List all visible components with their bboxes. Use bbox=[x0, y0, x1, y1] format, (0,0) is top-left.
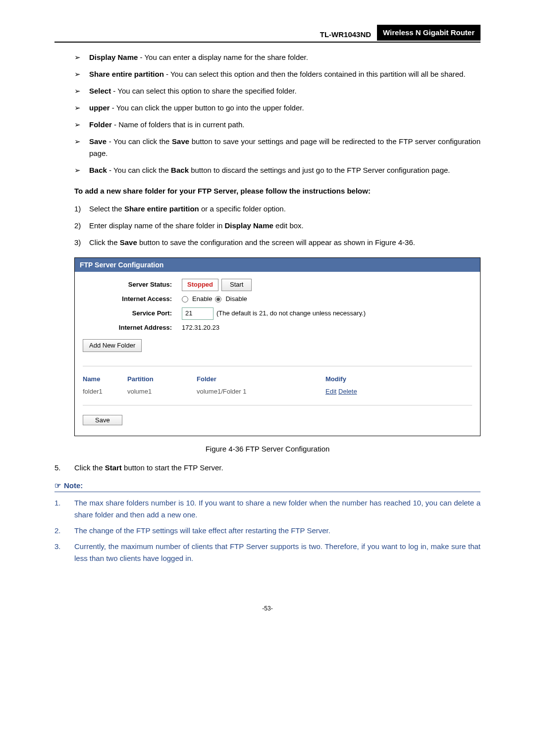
list-item: Display Name - You can enter a display n… bbox=[74, 51, 481, 63]
figure-caption: Figure 4-36 FTP Server Configuration bbox=[54, 443, 481, 455]
radio-disable[interactable] bbox=[215, 296, 221, 302]
delete-link[interactable]: Delete bbox=[338, 388, 357, 395]
enable-label: Enable bbox=[192, 294, 212, 304]
list-item: 3.Currently, the maximum number of clien… bbox=[54, 541, 481, 564]
note-list: 1.The max share folders number is 10. If… bbox=[54, 497, 481, 564]
config-panel-title: FTP Server Configuration bbox=[75, 258, 480, 272]
server-status-row: Server Status: Stopped Start bbox=[83, 279, 472, 291]
feature-bullet-list: Display Name - You can enter a display n… bbox=[54, 51, 481, 176]
start-button[interactable]: Start bbox=[221, 279, 252, 291]
status-badge: Stopped bbox=[182, 279, 218, 291]
internet-access-row: Internet Access: Enable Disable bbox=[83, 294, 472, 304]
radio-enable[interactable] bbox=[182, 296, 188, 302]
instruction-steps: Select the Share entire partition or a s… bbox=[54, 203, 481, 249]
cell-folder: volume1/Folder 1 bbox=[197, 387, 325, 397]
cell-partition: volume1 bbox=[127, 387, 197, 397]
note-divider bbox=[54, 492, 481, 492]
list-item: Save - You can click the Save button to … bbox=[74, 136, 481, 159]
divider bbox=[83, 405, 472, 405]
cell-name: folder1 bbox=[83, 387, 127, 397]
edit-link[interactable]: Edit bbox=[325, 388, 336, 395]
service-port-row: Service Port: 21 (The default is 21, do … bbox=[83, 307, 472, 320]
col-header-partition: Partition bbox=[127, 374, 197, 385]
list-item: 2.The change of the FTP settings will ta… bbox=[54, 525, 481, 537]
table-row: folder1 volume1 volume1/Folder 1 Edit De… bbox=[83, 386, 472, 398]
list-item: Share entire partition - You can select … bbox=[74, 68, 481, 80]
list-item: Select - You can select this option to s… bbox=[74, 85, 481, 97]
service-port-label: Service Port: bbox=[83, 308, 182, 319]
list-item: Click the Save button to save the config… bbox=[74, 237, 481, 249]
page-header: TL-WR1043ND Wireless N Gigabit Router bbox=[54, 25, 481, 43]
col-header-folder: Folder bbox=[197, 374, 325, 385]
note-heading: ☞Note: bbox=[54, 480, 481, 492]
internet-address-value: 172.31.20.23 bbox=[182, 323, 219, 333]
page-number: -53- bbox=[54, 604, 481, 613]
list-item: Back - You can click the Back button to … bbox=[74, 164, 481, 176]
internet-address-label: Internet Address: bbox=[83, 323, 182, 333]
instruction-heading: To add a new share folder for your FTP S… bbox=[74, 185, 481, 197]
model-label: TL-WR1043ND bbox=[320, 29, 377, 41]
list-item: upper - You can click the upper button t… bbox=[74, 102, 481, 114]
internet-access-label: Internet Access: bbox=[83, 294, 182, 304]
col-header-name: Name bbox=[83, 374, 127, 385]
server-status-label: Server Status: bbox=[83, 280, 182, 290]
port-input[interactable]: 21 bbox=[182, 307, 214, 320]
divider bbox=[83, 366, 472, 366]
product-label: Wireless N Gigabit Router bbox=[377, 25, 481, 41]
port-hint: (The default is 21, do not change unless… bbox=[216, 308, 366, 319]
ftp-config-screenshot: FTP Server Configuration Server Status: … bbox=[74, 257, 481, 436]
table-header: Name Partition Folder Modify bbox=[83, 373, 472, 386]
add-new-folder-button[interactable]: Add New Folder bbox=[83, 339, 142, 353]
col-header-modify: Modify bbox=[325, 374, 385, 385]
list-item: 1.The max share folders number is 10. If… bbox=[54, 497, 481, 521]
list-item: Select the Share entire partition or a s… bbox=[74, 203, 481, 215]
list-item: Folder - Name of folders that is in curr… bbox=[74, 119, 481, 131]
step-5: 5. Click the Start button to start the F… bbox=[54, 462, 481, 474]
disable-label: Disable bbox=[225, 294, 247, 304]
config-panel-body: Server Status: Stopped Start Internet Ac… bbox=[75, 272, 480, 435]
step5-number: 5. bbox=[54, 462, 74, 474]
internet-address-row: Internet Address: 172.31.20.23 bbox=[83, 323, 472, 333]
hand-icon: ☞ bbox=[54, 481, 61, 490]
save-button[interactable]: Save bbox=[83, 415, 122, 425]
list-item: Enter display name of the share folder i… bbox=[74, 220, 481, 232]
